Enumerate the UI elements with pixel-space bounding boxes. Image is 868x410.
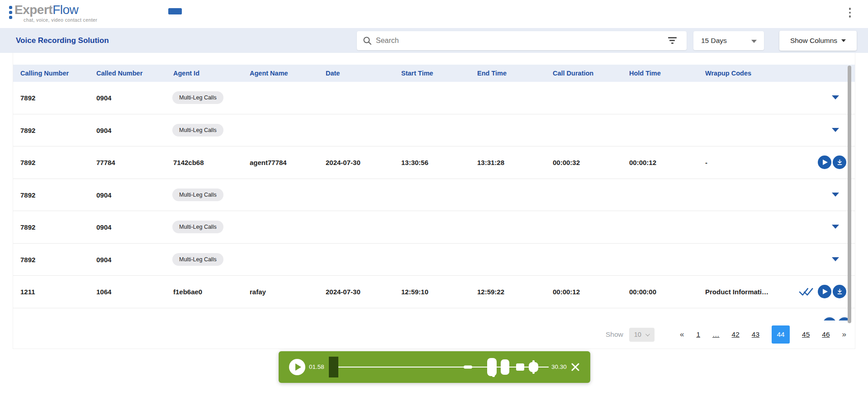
col-header-start-time: Start Time [401,65,433,82]
play-icon [823,160,828,165]
page-size-select[interactable]: 10 [629,328,655,342]
play-recording-button[interactable] [818,156,831,169]
col-header-call-duration: Call Duration [553,65,593,82]
col-header-hold-time: Hold Time [629,65,661,82]
play-icon [823,289,828,294]
cell-wrapup-codes: - [705,146,707,179]
cell-hold-time: 00:00:00 [629,276,656,308]
page-size-control: Show 10 [606,325,655,344]
cell-start-time: 13:30:56 [401,146,428,179]
audio-player: 01.58 30.30 [279,351,590,383]
player-play-button[interactable] [289,359,305,375]
cell-called-number: 0904 [96,114,111,146]
cell-date: 2024-07-30 [326,276,360,308]
show-label: Show [606,330,623,339]
cell-end-time: 12:59:22 [477,276,504,308]
date-range-value: 15 Days [701,31,727,50]
col-header-date: Date [326,65,340,82]
expand-row-icon[interactable] [832,193,839,197]
page-header-band: Voice Recording Solution 15 Days Show Co… [0,28,868,53]
table-row: 7892 0904 Multi-Leg Calls [13,114,855,147]
cell-call-duration: 00:00:12 [553,276,580,308]
show-columns-label: Show Columns [790,37,837,45]
top-bar: ExpertFlow chat, voice, video contact ce… [0,0,868,28]
player-current-time: 01.58 [309,351,324,383]
page-link-1[interactable]: 1 [696,330,700,339]
row-actions [799,276,846,308]
multi-leg-badge: Multi-Leg Calls [172,221,223,233]
cell-called-number: 0904 [96,82,111,114]
download-recording-button[interactable] [833,285,846,298]
search-icon [363,36,372,45]
cell-called-number: 1064 [96,276,111,308]
pagination: « 1 … 42 43 44 45 46 » [680,325,846,344]
cell-agent-id: 7142cb68 [173,146,204,179]
table-row: 7892 0904 Multi-Leg Calls [13,211,855,244]
player-waveform[interactable] [338,357,549,377]
multi-leg-badge: Multi-Leg Calls [172,91,223,104]
expand-row-icon[interactable] [832,128,839,132]
search-input[interactable] [376,31,661,50]
expertflow-logo: ExpertFlow [9,3,78,19]
multi-leg-badge: Multi-Leg Calls [172,189,223,201]
overflow-menu-icon[interactable] [846,6,854,19]
table-row: 1211 1064 f1eb6ae0 rafay 2024-07-30 12:5… [13,276,855,308]
chevron-down-icon [841,39,846,42]
table-row: 7892 0904 Multi-Leg Calls [13,244,855,276]
double-check-icon [799,286,814,297]
player-scrub-cursor[interactable] [329,357,338,377]
brand-name: ExpertFlow [14,3,78,17]
download-icon [836,288,843,295]
table-row: 7892 0904 Multi-Leg Calls [13,82,855,114]
cell-calling-number: 1211 [20,276,35,308]
cell-calling-number: 7892 [20,244,35,276]
filter-icon[interactable] [668,37,677,44]
vertical-scrollbar[interactable] [848,66,851,323]
page-link-43[interactable]: 43 [752,330,759,339]
voice-recording-app: ExpertFlow chat, voice, video contact ce… [0,0,868,410]
col-header-end-time: End Time [477,65,507,82]
cell-agent-id: f1eb6ae0 [173,276,202,308]
search-box [357,31,687,50]
page-link-active-44[interactable]: 44 [772,325,790,344]
brand-name-primary: Expert [14,3,52,17]
cell-date: 2024-07-30 [326,146,360,179]
play-icon [295,363,301,371]
cell-calling-number: 7892 [20,146,35,179]
table-body: 7892 0904 Multi-Leg Calls 7892 0904 Mult… [13,82,855,308]
table-row: 7892 77784 7142cb68 agent77784 2024-07-3… [13,146,855,179]
page-title: Voice Recording Solution [16,28,109,53]
expand-row-icon[interactable] [832,225,839,229]
play-recording-button[interactable] [818,285,831,298]
cell-hold-time: 00:00:12 [629,146,656,179]
page-link-45[interactable]: 45 [802,330,810,339]
brand-name-secondary: Flow [52,3,78,17]
row-actions [818,146,846,179]
cell-called-number: 77784 [96,146,115,179]
player-close-icon[interactable] [571,363,580,372]
cell-called-number: 0904 [96,179,111,211]
cell-end-time: 13:31:28 [477,146,504,179]
table-row: 7892 0904 Multi-Leg Calls [13,179,855,212]
player-total-time: 30.30 [551,351,567,383]
expand-row-icon[interactable] [832,257,839,261]
multi-leg-badge: Multi-Leg Calls [172,253,223,266]
show-columns-button[interactable]: Show Columns [779,31,857,51]
page-link-46[interactable]: 46 [822,330,830,339]
chevron-down-icon [645,332,650,336]
play-recording-button-clipped[interactable] [823,317,836,320]
col-header-called-number: Called Number [96,65,142,82]
expand-row-icon[interactable] [832,95,839,99]
col-header-calling-number: Calling Number [20,65,69,82]
page-link-42[interactable]: 42 [732,330,740,339]
download-recording-button[interactable] [833,156,846,169]
col-header-agent-name: Agent Name [250,65,288,82]
page-link-ellipsis[interactable]: … [712,330,720,339]
table-header-row: Calling Number Called Number Agent Id Ag… [13,65,855,82]
next-page-button[interactable]: » [842,330,846,339]
previous-page-button[interactable]: « [680,330,684,339]
date-range-select[interactable]: 15 Days [693,31,764,50]
recordings-table: Calling Number Called Number Agent Id Ag… [13,53,855,349]
page-size-value: 10 [634,331,641,338]
download-icon [836,159,843,166]
